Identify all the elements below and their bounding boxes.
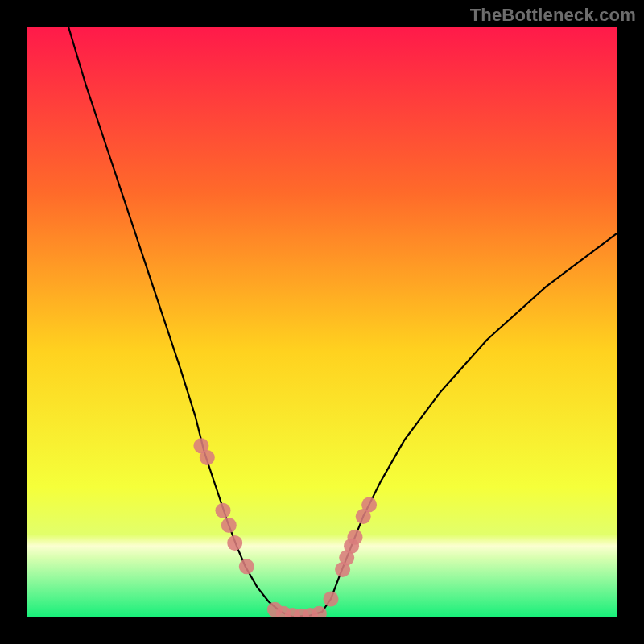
- data-point: [221, 518, 237, 533]
- data-point: [324, 592, 339, 607]
- data-point: [200, 450, 215, 465]
- data-point: [227, 535, 242, 551]
- watermark-text: TheBottleneck.com: [470, 5, 636, 26]
- data-point: [348, 530, 363, 545]
- data-point: [216, 503, 231, 518]
- chart-plot-area: [27, 27, 617, 617]
- data-point: [361, 497, 377, 512]
- chart-svg: [27, 27, 617, 617]
- data-point-group: [193, 438, 377, 617]
- curve-left-branch: [68, 27, 292, 617]
- data-point: [239, 559, 254, 574]
